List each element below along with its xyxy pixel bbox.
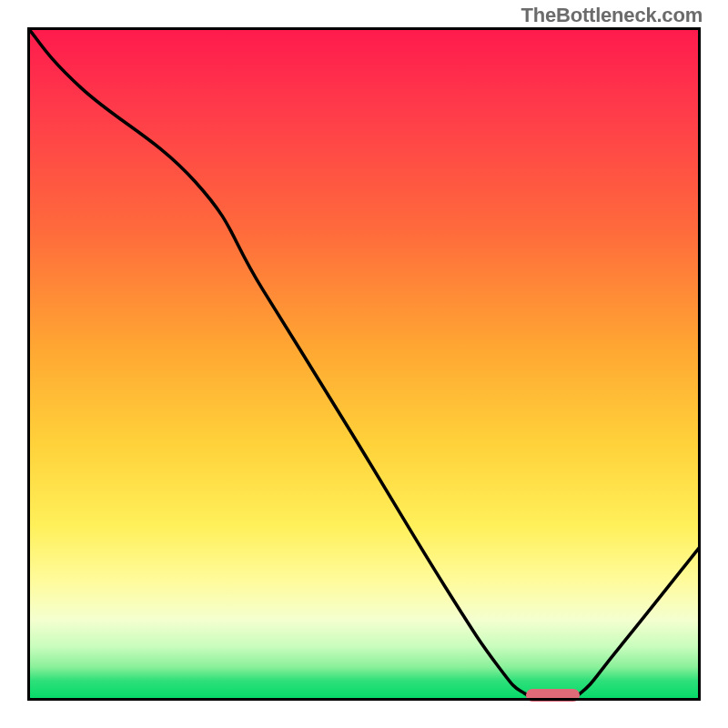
chart-container: TheBottleneck.com — [0, 0, 728, 728]
optimal-range-marker — [526, 689, 580, 702]
watermark-text: TheBottleneck.com — [521, 4, 703, 27]
plot-gradient-background — [27, 27, 701, 701]
